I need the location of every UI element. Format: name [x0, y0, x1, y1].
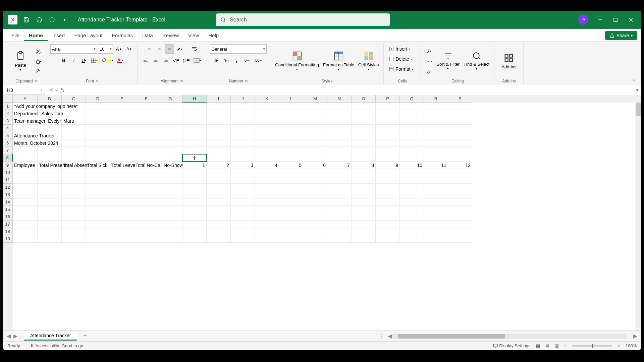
- cell[interactable]: [62, 228, 86, 235]
- cell[interactable]: [182, 147, 207, 154]
- cell[interactable]: [86, 125, 110, 132]
- cell[interactable]: [231, 103, 255, 110]
- cell[interactable]: 6: [303, 162, 327, 169]
- row-header[interactable]: 9: [3, 162, 13, 169]
- cell[interactable]: [158, 125, 182, 132]
- cell[interactable]: [448, 132, 472, 139]
- column-header[interactable]: G: [158, 95, 182, 103]
- cell[interactable]: [400, 169, 424, 176]
- cell[interactable]: 8: [352, 162, 376, 169]
- conditional-formatting-button[interactable]: Conditional Formatting▾: [274, 47, 320, 76]
- cell[interactable]: [158, 117, 182, 125]
- cell[interactable]: [62, 169, 86, 176]
- cell[interactable]: [400, 110, 424, 117]
- row-header[interactable]: 2: [3, 110, 13, 117]
- cell[interactable]: [86, 184, 110, 191]
- cell[interactable]: [158, 191, 182, 198]
- cell[interactable]: [424, 154, 448, 162]
- font-size-combo[interactable]: 10▾: [98, 44, 113, 54]
- cell[interactable]: [134, 228, 158, 235]
- cell[interactable]: [134, 235, 158, 243]
- cell[interactable]: [38, 117, 62, 125]
- cell[interactable]: [303, 132, 327, 139]
- cell[interactable]: [255, 206, 279, 213]
- cell[interactable]: [352, 184, 376, 191]
- formula-input[interactable]: [66, 86, 633, 95]
- cell[interactable]: [110, 154, 134, 162]
- cell[interactable]: [352, 147, 376, 154]
- cell[interactable]: [13, 169, 38, 176]
- cell[interactable]: Total No-Call No-Show: [134, 162, 158, 169]
- cell[interactable]: [38, 169, 62, 176]
- cell[interactable]: [231, 206, 255, 213]
- cell[interactable]: [158, 169, 182, 176]
- clipboard-expand[interactable]: ⧉: [35, 79, 37, 83]
- cell[interactable]: [13, 176, 38, 184]
- tab-data[interactable]: Data: [138, 30, 158, 41]
- cell[interactable]: 5: [279, 162, 303, 169]
- cell[interactable]: [134, 176, 158, 184]
- cell[interactable]: [231, 235, 255, 243]
- cell[interactable]: [376, 228, 400, 235]
- cell[interactable]: [352, 169, 376, 176]
- cell[interactable]: [448, 206, 472, 213]
- cell[interactable]: [255, 191, 279, 198]
- cell[interactable]: [255, 125, 279, 132]
- cell[interactable]: [352, 221, 376, 228]
- cell[interactable]: [376, 176, 400, 184]
- cell[interactable]: [327, 206, 352, 213]
- cell[interactable]: [448, 213, 472, 221]
- tab-insert[interactable]: Insert: [48, 30, 70, 41]
- cell[interactable]: [448, 125, 472, 132]
- cell[interactable]: [62, 139, 86, 147]
- cell[interactable]: [231, 176, 255, 184]
- cell[interactable]: [13, 198, 38, 206]
- cell[interactable]: [207, 221, 231, 228]
- cell[interactable]: [86, 235, 110, 243]
- column-header[interactable]: J: [231, 95, 255, 103]
- cell[interactable]: [424, 176, 448, 184]
- cell[interactable]: [279, 169, 303, 176]
- row-header[interactable]: 1: [3, 103, 13, 110]
- tab-help[interactable]: Help: [204, 30, 223, 41]
- cell[interactable]: [424, 110, 448, 117]
- cell[interactable]: [62, 206, 86, 213]
- cell[interactable]: [110, 132, 134, 139]
- row-header[interactable]: 16: [3, 213, 13, 221]
- cell[interactable]: [448, 139, 472, 147]
- cell[interactable]: [327, 228, 352, 235]
- orientation-button[interactable]: ⬈ ▾: [175, 44, 184, 54]
- cell[interactable]: [279, 147, 303, 154]
- delete-cells-button[interactable]: Delete ▾: [387, 54, 417, 64]
- cell[interactable]: [13, 235, 38, 243]
- cell[interactable]: [38, 191, 62, 198]
- cell-styles-button[interactable]: Cell Styles▾: [357, 47, 380, 76]
- row-header[interactable]: 17: [3, 221, 13, 228]
- cell[interactable]: [38, 213, 62, 221]
- cell[interactable]: [400, 235, 424, 243]
- cell[interactable]: [207, 228, 231, 235]
- cell[interactable]: [303, 147, 327, 154]
- cell[interactable]: [13, 221, 38, 228]
- sheet-tab[interactable]: Attendance Tracker: [24, 331, 77, 341]
- cell[interactable]: [327, 110, 352, 117]
- redo-button[interactable]: [46, 13, 58, 26]
- row-header[interactable]: 13: [3, 191, 13, 198]
- number-expand[interactable]: ⧉: [245, 79, 248, 83]
- cell[interactable]: [134, 154, 158, 162]
- cell[interactable]: [62, 117, 86, 125]
- cell[interactable]: [303, 235, 327, 243]
- cell[interactable]: [86, 213, 110, 221]
- accessibility-status[interactable]: Accessibility: Good to go: [27, 343, 86, 348]
- cell[interactable]: [255, 221, 279, 228]
- cell[interactable]: [38, 184, 62, 191]
- decrease-decimal-button[interactable]: .00→: [253, 56, 265, 65]
- cell[interactable]: [424, 198, 448, 206]
- cell[interactable]: Total Present: [38, 162, 62, 169]
- cell[interactable]: [86, 132, 110, 139]
- cell[interactable]: [86, 169, 110, 176]
- cell[interactable]: [255, 235, 279, 243]
- cell[interactable]: [376, 147, 400, 154]
- cell[interactable]: [255, 169, 279, 176]
- cell[interactable]: [158, 213, 182, 221]
